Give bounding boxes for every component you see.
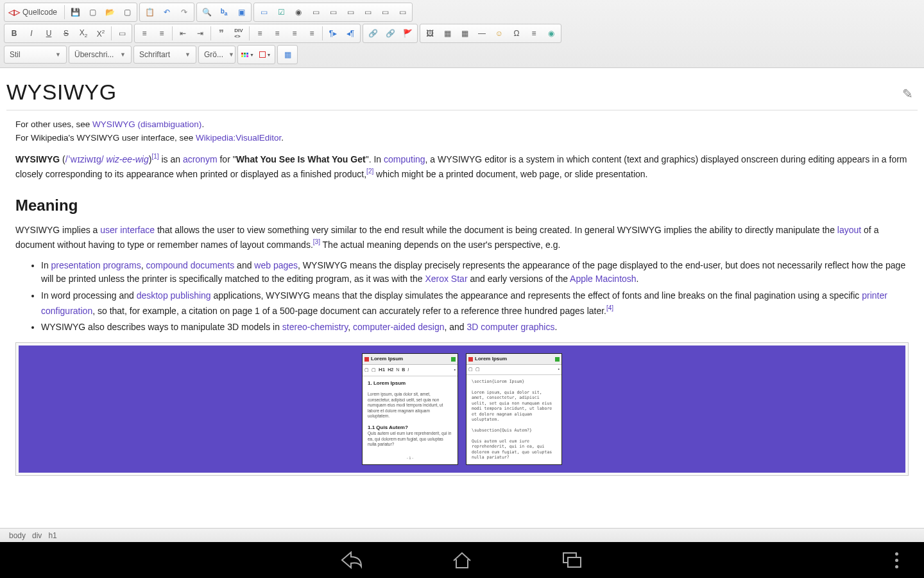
align-left-button[interactable]: ≡ bbox=[252, 26, 268, 41]
source-button[interactable]: ◁▷ Quellcode bbox=[6, 4, 62, 20]
hidden-field-button[interactable]: ▭ bbox=[394, 4, 411, 20]
link-disambiguation[interactable]: WYSIWYG (disambiguation) bbox=[92, 119, 201, 129]
flash-button[interactable]: ▦ bbox=[439, 26, 456, 41]
bg-color-button[interactable]: ▼ bbox=[257, 47, 273, 62]
styles-label: Stil bbox=[10, 50, 21, 59]
imagebutton-button[interactable]: ▭ bbox=[377, 4, 393, 20]
link-cad[interactable]: computer-aided design bbox=[353, 322, 444, 332]
ref-3[interactable]: [3] bbox=[313, 238, 320, 245]
italic-button[interactable]: I bbox=[23, 26, 40, 41]
ref-2[interactable]: [2] bbox=[366, 168, 373, 175]
remove-format-button[interactable]: ▭ bbox=[114, 26, 130, 41]
ref-1[interactable]: [1] bbox=[151, 153, 158, 160]
iframe-button[interactable]: ◉ bbox=[543, 26, 560, 41]
text: , and bbox=[444, 322, 466, 332]
path-div[interactable]: div bbox=[32, 531, 42, 540]
redo-button[interactable]: ↷ bbox=[176, 4, 193, 20]
android-back-button[interactable] bbox=[338, 547, 365, 574]
edit-button[interactable]: ✎ bbox=[897, 83, 918, 104]
outdent-button[interactable]: ⇤ bbox=[175, 26, 191, 41]
ltr-button[interactable]: ¶▸ bbox=[325, 26, 341, 41]
ol-icon: ≡ bbox=[142, 29, 146, 38]
magnifier-icon: 🔍 bbox=[202, 8, 212, 17]
text: , so that, for example, a citation on pa… bbox=[92, 305, 606, 315]
link-computing[interactable]: computing bbox=[384, 154, 425, 164]
radio-button[interactable]: ◉ bbox=[290, 4, 307, 20]
save-button[interactable]: 💾 bbox=[67, 4, 83, 20]
link-apple-macintosh[interactable]: Apple Macintosh bbox=[570, 274, 637, 284]
new-page-button[interactable]: ▢ bbox=[84, 4, 101, 20]
link-compound-docs[interactable]: compound documents bbox=[146, 260, 234, 270]
select-button[interactable]: ▭ bbox=[342, 4, 359, 20]
table-button[interactable]: ▦ bbox=[456, 26, 473, 41]
android-home-button[interactable] bbox=[449, 547, 475, 574]
subscript-button[interactable]: X2 bbox=[75, 26, 92, 41]
align-right-button[interactable]: ≡ bbox=[286, 26, 303, 41]
tool-h2: H2 bbox=[388, 367, 393, 374]
link-layout[interactable]: layout bbox=[837, 225, 861, 235]
rtl-button[interactable]: ◂¶ bbox=[342, 26, 359, 41]
toolbar-group-insert: 🖼 ▦ ▦ — ☺ Ω ≡ ◉ bbox=[420, 24, 561, 43]
link-user-interface[interactable]: user interface bbox=[100, 225, 155, 235]
pagebreak-button[interactable]: ≡ bbox=[526, 26, 542, 41]
underline-button[interactable]: U bbox=[40, 26, 57, 41]
indent-button[interactable]: ⇥ bbox=[192, 26, 209, 41]
hr-button[interactable]: — bbox=[474, 26, 490, 41]
text: . bbox=[554, 322, 557, 332]
anchor-button[interactable]: 🚩 bbox=[399, 26, 416, 41]
form-button[interactable]: ▭ bbox=[255, 4, 272, 20]
link-xerox-star[interactable]: Xerox Star bbox=[425, 274, 467, 284]
undo-button[interactable]: ↶ bbox=[158, 4, 175, 20]
paste-button[interactable]: 📋 bbox=[141, 4, 158, 20]
blockquote-button[interactable]: ❞ bbox=[213, 26, 230, 41]
link-ipa[interactable]: /ˈwɪziwɪg/ bbox=[65, 154, 104, 164]
android-recent-button[interactable] bbox=[559, 547, 586, 574]
path-body[interactable]: body bbox=[9, 531, 26, 540]
size-dropdown[interactable]: Grö... ▼ bbox=[198, 46, 235, 64]
smiley-icon: ☺ bbox=[495, 29, 503, 38]
font-dropdown[interactable]: Schriftart ▼ bbox=[133, 46, 196, 64]
unlink-button[interactable]: 🔗 bbox=[382, 26, 398, 41]
link-visualeditor[interactable]: Wikipedia:VisualEditor bbox=[196, 133, 281, 143]
textfield-button[interactable]: ▭ bbox=[307, 4, 324, 20]
android-menu-button[interactable] bbox=[895, 552, 898, 568]
checkbox-button[interactable]: ☑ bbox=[273, 4, 289, 20]
preview-button[interactable]: 📂 bbox=[101, 4, 118, 20]
link-3d-graphics[interactable]: 3D computer graphics bbox=[466, 322, 554, 332]
link-button[interactable]: 🔗 bbox=[364, 26, 381, 41]
smiley-button[interactable]: ☺ bbox=[491, 26, 508, 41]
path-h1[interactable]: h1 bbox=[48, 531, 56, 540]
numbered-list-button[interactable]: ≡ bbox=[136, 26, 153, 41]
figure-text: Lorem ipsum, quia dolor sit, amet, conse… bbox=[368, 392, 443, 418]
div-button[interactable]: DIV<> bbox=[230, 26, 247, 41]
button-button[interactable]: ▭ bbox=[359, 4, 376, 20]
link-acronym[interactable]: acronym bbox=[183, 154, 218, 164]
replace-button[interactable]: ba bbox=[216, 4, 232, 20]
outdent-icon: ⇤ bbox=[180, 29, 186, 38]
tool-h1: H1 bbox=[379, 366, 385, 374]
link-stereo-chem[interactable]: stereo-chemistry bbox=[282, 322, 348, 332]
align-center-button[interactable]: ≡ bbox=[269, 26, 286, 41]
textarea-button[interactable]: ▭ bbox=[325, 4, 341, 20]
link-presentation[interactable]: presentation programs bbox=[51, 260, 141, 270]
ref-4[interactable]: [4] bbox=[606, 304, 613, 311]
bullet-list-button[interactable]: ≡ bbox=[153, 26, 170, 41]
special-char-button[interactable]: Ω bbox=[508, 26, 525, 41]
text-color-button[interactable]: ▼ bbox=[239, 47, 256, 62]
image-button[interactable]: 🖼 bbox=[422, 26, 438, 41]
link-web-pages[interactable]: web pages bbox=[254, 260, 298, 270]
link-respell[interactable]: wiz-ee-wig bbox=[107, 154, 149, 164]
link-desktop-publishing[interactable]: desktop publishing bbox=[137, 290, 211, 301]
bold-button[interactable]: B bbox=[6, 26, 22, 41]
align-justify-button[interactable]: ≡ bbox=[304, 26, 320, 41]
find-button[interactable]: 🔍 bbox=[198, 4, 215, 20]
text: which might be a printed document, web p… bbox=[373, 169, 647, 179]
maximize-button[interactable]: ▦ bbox=[279, 47, 296, 62]
strike-button[interactable]: S bbox=[58, 26, 74, 41]
editor-content[interactable]: WYSIWYG ✎ For other uses, see WYSIWYG (d… bbox=[0, 68, 924, 528]
print-button[interactable]: ▢ bbox=[119, 4, 135, 20]
select-all-button[interactable]: ▣ bbox=[233, 4, 250, 20]
format-dropdown[interactable]: Überschri... ▼ bbox=[69, 46, 132, 64]
superscript-button[interactable]: X2 bbox=[92, 26, 109, 41]
styles-dropdown[interactable]: Stil ▼ bbox=[4, 46, 67, 64]
